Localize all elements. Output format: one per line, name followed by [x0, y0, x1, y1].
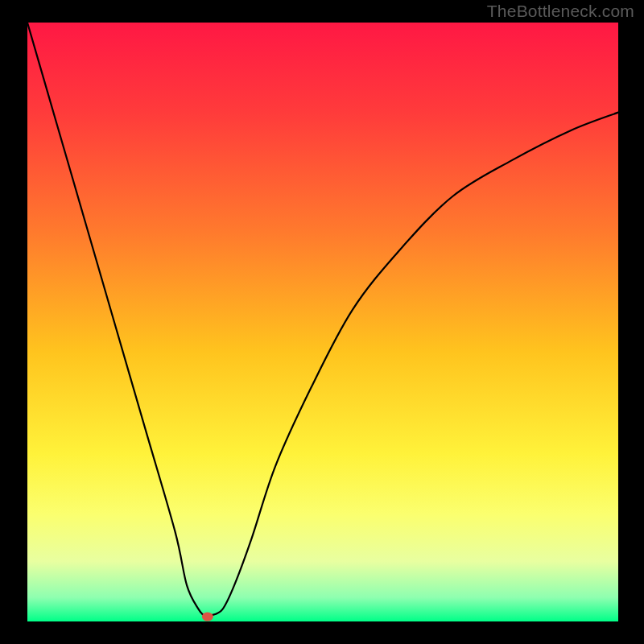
- optimal-point-marker: [202, 613, 213, 621]
- plot-background: [27, 23, 618, 621]
- chart-container: TheBottleneck.com: [0, 0, 644, 644]
- watermark-text: TheBottleneck.com: [487, 2, 634, 21]
- bottleneck-chart: [0, 0, 644, 644]
